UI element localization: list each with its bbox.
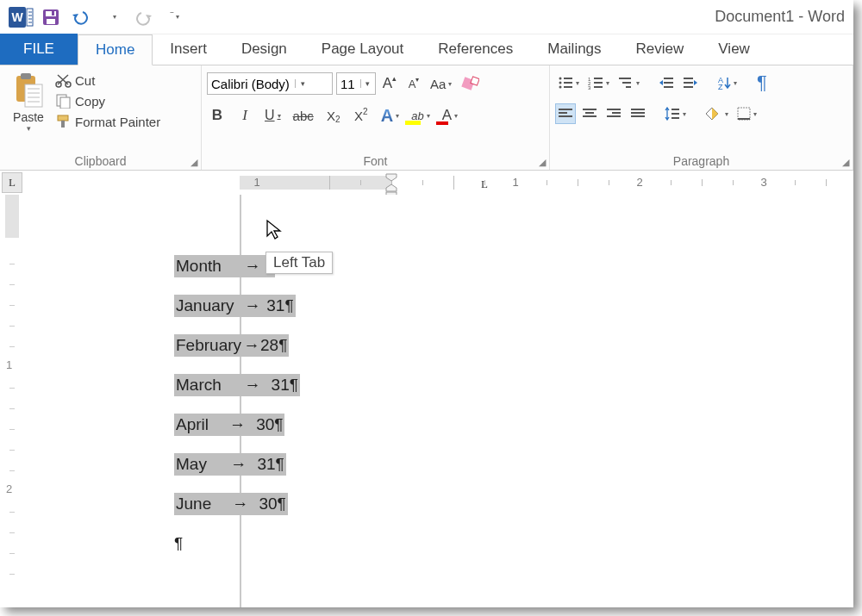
font-name-value: Calibri (Body) [208, 77, 295, 91]
svg-rect-52 [559, 112, 567, 114]
superscript-button[interactable]: X2 [351, 105, 372, 126]
font-size-combo[interactable]: 11▾ [336, 72, 376, 95]
doc-text: March [176, 376, 243, 395]
doc-text: 31 [272, 376, 290, 395]
undo-button[interactable] [69, 4, 95, 30]
first-line-indent-marker[interactable] [385, 173, 397, 180]
doc-text: 28 [260, 336, 278, 355]
justify-button[interactable] [628, 103, 648, 124]
svg-rect-66 [738, 108, 750, 120]
font-size-value: 11 [337, 77, 360, 91]
svg-rect-37 [594, 82, 603, 84]
vertical-ruler[interactable]: 1 2 [2, 195, 22, 607]
svg-rect-62 [631, 115, 645, 117]
qat-customize[interactable]: ‾ [162, 4, 188, 30]
svg-rect-12 [21, 73, 31, 79]
mouse-cursor-icon [265, 219, 283, 240]
svg-rect-54 [583, 109, 597, 110]
format-painter-button[interactable]: Format Painter [55, 114, 160, 129]
multilevel-list-button[interactable] [615, 72, 642, 93]
svg-rect-33 [564, 86, 572, 88]
increase-indent-button[interactable] [680, 72, 701, 93]
svg-rect-55 [585, 112, 594, 114]
line-spacing-button[interactable] [662, 103, 689, 124]
document-area[interactable]: 1 2 Month→ January→ 31¶ February→28¶ Mar… [0, 195, 853, 607]
tab-page-layout[interactable]: Page Layout [304, 34, 421, 65]
document-body[interactable]: Month→ January→ 31¶ February→28¶ March→ … [174, 246, 300, 563]
grow-font-button[interactable]: A▴ [379, 73, 400, 94]
svg-rect-51 [559, 109, 572, 110]
tooltip: Left Tab [265, 252, 333, 274]
tab-selector[interactable]: L [2, 172, 22, 193]
shrink-font-button[interactable]: A▾ [403, 73, 424, 94]
vruler-mark: 2 [6, 482, 12, 495]
bullets-button[interactable] [555, 72, 582, 93]
underline-button[interactable]: U [262, 105, 284, 126]
show-hide-marks-button[interactable]: ¶ [752, 72, 772, 93]
paste-button[interactable]: Paste ▾ [5, 69, 52, 133]
font-color-button[interactable]: A [440, 105, 460, 126]
paragraph-group-label: Paragraph [673, 154, 729, 168]
copy-label: Copy [75, 94, 105, 109]
align-left-button[interactable] [555, 103, 576, 124]
redo-button[interactable] [131, 4, 157, 30]
numbering-button[interactable]: 123 [585, 72, 612, 93]
quick-access-toolbar: ‾ [38, 4, 188, 30]
tab-insert[interactable]: Insert [153, 34, 224, 65]
svg-rect-48 [684, 86, 693, 88]
svg-text:W: W [11, 10, 23, 24]
subscript-button[interactable]: X2 [323, 105, 344, 126]
scissors-icon [55, 72, 72, 88]
doc-text: 31 [257, 455, 275, 474]
cut-button[interactable]: Cut [55, 72, 160, 88]
tab-home[interactable]: Home [78, 34, 153, 65]
doc-text: January [176, 296, 243, 315]
clipboard-launcher-icon[interactable]: ◢ [191, 157, 197, 168]
tab-file[interactable]: FILE [0, 34, 78, 65]
clear-format-button[interactable] [458, 73, 482, 94]
title-bar: W ‾ Document1 - Word [0, 0, 853, 34]
shading-button[interactable] [703, 103, 731, 124]
font-name-combo[interactable]: Calibri (Body)▾ [207, 72, 333, 95]
tab-view[interactable]: View [701, 34, 767, 65]
sort-button[interactable]: AZ [715, 72, 740, 93]
undo-dropdown[interactable] [100, 4, 126, 30]
svg-point-32 [559, 86, 562, 89]
svg-rect-58 [612, 112, 621, 114]
highlight-button[interactable]: ab [409, 105, 432, 126]
tab-references[interactable]: References [421, 34, 530, 65]
save-button[interactable] [38, 4, 64, 30]
change-case-button[interactable]: Aa [428, 73, 454, 94]
tab-stop-marker[interactable]: L [481, 177, 488, 191]
tab-design[interactable]: Design [224, 34, 304, 65]
doc-text: 31 [266, 296, 284, 315]
svg-rect-61 [631, 112, 645, 114]
hanging-indent-marker[interactable] [385, 184, 397, 196]
svg-rect-67 [738, 118, 750, 120]
bold-button[interactable]: B [207, 105, 228, 126]
copy-button[interactable]: Copy [55, 93, 160, 109]
tab-mailings[interactable]: Mailings [530, 34, 618, 65]
italic-button[interactable]: I [234, 105, 255, 126]
paragraph-launcher-icon[interactable]: ◢ [842, 157, 849, 168]
align-right-button[interactable] [603, 103, 624, 124]
ribbon-tabs: FILE Home Insert Design Page Layout Refe… [0, 34, 853, 65]
svg-rect-46 [684, 78, 693, 79]
svg-rect-63 [671, 109, 679, 110]
doc-text: April [176, 415, 219, 434]
align-center-button[interactable] [579, 103, 600, 124]
decrease-indent-button[interactable] [656, 72, 677, 93]
borders-button[interactable] [734, 103, 759, 124]
horizontal-ruler[interactable]: L 1 1 2 3 L [0, 171, 853, 195]
svg-rect-40 [619, 78, 631, 79]
svg-rect-59 [607, 115, 621, 117]
tab-review[interactable]: Review [619, 34, 702, 65]
doc-text: February [176, 336, 243, 355]
svg-rect-23 [61, 121, 65, 128]
svg-rect-64 [671, 113, 679, 115]
group-paragraph: 123 AZ ¶ Paragraph◢ [550, 65, 853, 170]
strikethrough-button[interactable]: abc [290, 105, 316, 126]
vruler-mark: 1 [6, 358, 12, 371]
text-effect-button[interactable]: A [378, 105, 402, 126]
font-launcher-icon[interactable]: ◢ [539, 157, 546, 168]
